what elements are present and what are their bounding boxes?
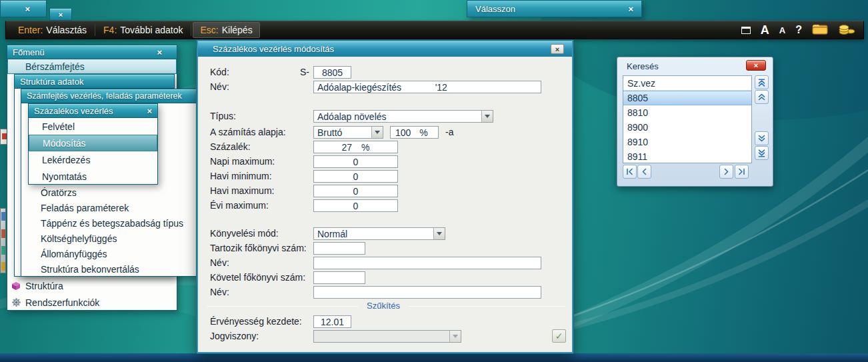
menu-item-nyomtatas[interactable]: Nyomtatás: [29, 168, 157, 185]
shortcut-enter[interactable]: Enter: Választás: [11, 22, 93, 38]
list-item-selected[interactable]: 8805: [623, 91, 751, 105]
fomenu-titlebar[interactable]: Főmenü ×: [7, 45, 177, 59]
tipus-dropdown[interactable]: Adóalap növelés: [313, 110, 493, 123]
tartozik-input[interactable]: [313, 242, 365, 255]
search-result-list: Sz.vez 8805 8810 8900 8910 8911: [623, 75, 752, 163]
tartozik-nev-input[interactable]: [313, 257, 541, 269]
nev-label: Név:: [210, 81, 229, 93]
search-close-button[interactable]: ×: [746, 60, 766, 71]
close-icon[interactable]: ×: [628, 4, 633, 14]
toolbar-right-icons: A A ?: [741, 22, 855, 38]
menu-item-berszamfejtes[interactable]: Bérszámfejtés: [7, 59, 177, 74]
dialog-titlebar[interactable]: Százalékos vezérlés módosítás ×: [198, 41, 572, 57]
list-item[interactable]: 8900: [623, 120, 751, 135]
tartozik-nev-label: Név:: [210, 257, 229, 269]
folder-icon[interactable]: [812, 23, 828, 37]
konyvelesi-dropdown[interactable]: Normál: [313, 227, 445, 240]
menu-item-label: Bérszámfejtés: [25, 61, 85, 72]
separator-line: [409, 306, 565, 307]
background-window-titlebar[interactable]: ×: [0, 0, 47, 17]
menu-item-rendszerfunkciok[interactable]: Rendszerfunkciók: [7, 294, 177, 311]
menu-item-modositas[interactable]: Módosítás: [29, 135, 157, 151]
szazalek-label: Százalék:: [210, 141, 251, 153]
szazalekos-titlebar[interactable]: Százalékos vezérlés ×: [28, 103, 158, 118]
szamfejtes-titlebar[interactable]: Számfejtés vezérlés, feladás paraméterek: [21, 89, 197, 103]
menu-item-lekerdezes[interactable]: Lekérdezés: [29, 151, 157, 168]
shortcut-esc[interactable]: Esc: Kilépés: [193, 22, 259, 38]
szazalek-input[interactable]: 27 %: [313, 141, 398, 153]
alap-percent-value: 100: [395, 127, 411, 138]
napi-max-value: 0: [353, 157, 359, 167]
dialog-close-button[interactable]: ×: [551, 44, 564, 54]
close-icon[interactable]: ×: [157, 47, 162, 57]
percent-unit: %: [361, 142, 369, 153]
havi-min-value: 0: [353, 171, 359, 182]
chevron-down-icon[interactable]: [481, 111, 493, 122]
havi-max-input[interactable]: 0: [313, 185, 398, 197]
font-large-button[interactable]: A: [761, 23, 769, 37]
check-icon: ✓: [555, 331, 563, 341]
alap-suffix: -a: [445, 126, 453, 139]
menu-item-feladas-parameterek[interactable]: Feladás paraméterek: [21, 200, 196, 215]
shortcut-f4[interactable]: F4: További adatok: [97, 22, 189, 38]
shortcut-key: Esc:: [200, 25, 218, 35]
ervenyesseg-label: Érvényesség kezdete:: [210, 315, 302, 328]
page-down-button[interactable]: [755, 131, 769, 145]
chevron-down-icon[interactable]: [433, 228, 445, 239]
close-icon[interactable]: ×: [59, 11, 63, 19]
menu-item-oratorzs[interactable]: Óratörzs: [21, 185, 196, 200]
close-icon[interactable]: ×: [147, 106, 152, 116]
alap-dropdown[interactable]: Bruttó: [313, 126, 383, 139]
first-record-button[interactable]: [623, 165, 637, 179]
nev-input[interactable]: Adóalap-kiegészítés '12: [313, 81, 541, 93]
alap-value: Bruttó: [314, 127, 371, 138]
page-up-button[interactable]: [755, 90, 769, 104]
jogviszony-dropdown[interactable]: [313, 330, 461, 343]
menu-item-label: Felvétel: [42, 121, 75, 132]
prev-record-button[interactable]: [637, 165, 651, 179]
ervenyesseg-value: 12.01: [321, 317, 344, 327]
alap-percent-input[interactable]: 100 %: [390, 126, 439, 139]
list-item[interactable]: 8910: [623, 135, 751, 149]
kovetel-nev-label: Név:: [210, 286, 229, 299]
chevron-down-icon[interactable]: [371, 127, 383, 138]
havi-min-input[interactable]: 0: [313, 170, 398, 183]
window-icon[interactable]: [741, 27, 751, 34]
napi-max-input[interactable]: 0: [313, 155, 398, 168]
separator-line: [207, 306, 358, 307]
ervenyesseg-input[interactable]: 12.01: [313, 315, 351, 328]
menu-item-felvetel[interactable]: Felvétel: [29, 118, 157, 135]
menu-item-label: Feladás paraméterek: [41, 203, 129, 213]
list-item[interactable]: 8911: [623, 149, 751, 164]
font-small-button[interactable]: A: [779, 25, 785, 35]
chevron-down-icon: [449, 331, 461, 342]
last-record-button[interactable]: [735, 165, 749, 179]
background-window-titlebar[interactable]: ×: [49, 8, 72, 21]
menu-item-struktura[interactable]: Struktúra: [7, 277, 177, 294]
menu-item-allomanyfugges[interactable]: Állományfüggés: [21, 246, 196, 261]
havi-max-label: Havi maximum:: [210, 185, 274, 197]
menu-item-tappenz[interactable]: Táppénz és betegszabadság típus: [21, 215, 196, 231]
coins-icon[interactable]: [838, 22, 855, 38]
nev-value: Adóalap-kiegészítés '12: [317, 82, 447, 93]
szazalekos-title: Százalékos vezérlés: [34, 106, 113, 116]
help-button[interactable]: ?: [795, 24, 802, 36]
kod-input[interactable]: 8805: [313, 66, 351, 79]
kovetel-nev-input[interactable]: [313, 286, 541, 299]
gear-icon: [10, 297, 22, 307]
confirm-check-button[interactable]: ✓: [552, 329, 566, 343]
kovetel-input[interactable]: [313, 271, 365, 284]
close-icon: ×: [754, 61, 758, 69]
menu-item-struktura-bekonvertalas[interactable]: Struktúra bekonvertálás: [21, 261, 196, 277]
scroll-to-bottom-button[interactable]: [755, 146, 769, 160]
list-item[interactable]: 8810: [623, 105, 751, 120]
struktura-adatok-titlebar[interactable]: Struktúra adatok: [14, 74, 175, 89]
scroll-to-top-button[interactable]: [755, 75, 769, 89]
jogviszony-label: Jogviszony:: [210, 330, 259, 343]
close-icon[interactable]: ×: [25, 4, 30, 14]
evi-max-input[interactable]: 0: [313, 199, 398, 212]
menu-item-koltseghelyfugges[interactable]: Költséghelyfüggés: [21, 231, 196, 246]
next-record-button[interactable]: [719, 165, 733, 179]
menu-item-label: Költséghelyfüggés: [41, 233, 117, 244]
valasszon-titlebar[interactable]: Válasszon ×: [467, 0, 642, 17]
